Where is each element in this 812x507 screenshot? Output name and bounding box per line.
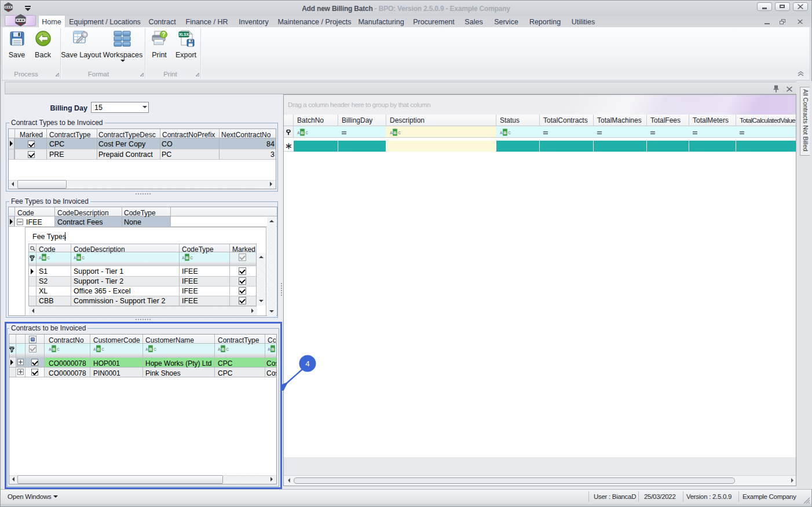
svg-text:B: B [301, 130, 304, 135]
svg-text:B: B [52, 347, 56, 352]
svg-text:A: A [268, 347, 270, 351]
svg-text:C: C [508, 131, 511, 135]
svg-text:?: ? [162, 31, 165, 38]
svg-text:B: B [221, 347, 225, 352]
svg-text:A: A [39, 256, 42, 260]
svg-text:C: C [47, 256, 50, 260]
svg-text:A: A [145, 347, 148, 351]
svg-text:A: A [74, 256, 76, 260]
svg-text:C: C [226, 347, 229, 351]
svg-text:B: B [77, 255, 81, 260]
svg-text:C: C [398, 131, 401, 135]
svg-text:B: B [271, 347, 275, 352]
svg-text:A: A [218, 347, 221, 351]
svg-text:C: C [57, 347, 60, 351]
svg-text:A: A [500, 131, 503, 135]
svg-text:B: B [97, 347, 100, 352]
svg-text:B: B [393, 130, 397, 135]
svg-text:C: C [101, 347, 104, 351]
svg-text:A: A [182, 256, 185, 260]
svg-text:4: 4 [305, 359, 310, 368]
svg-text:B: B [149, 347, 152, 352]
svg-text:XLSX: XLSX [179, 32, 189, 36]
svg-text:B: B [185, 255, 189, 260]
svg-text:B: B [42, 255, 46, 260]
svg-text:C: C [190, 256, 193, 260]
svg-text:C: C [305, 131, 308, 135]
svg-text:C: C [82, 256, 85, 260]
svg-text:C: C [153, 347, 156, 351]
svg-text:A: A [297, 131, 300, 135]
svg-text:A: A [390, 131, 393, 135]
svg-text:A: A [49, 347, 52, 351]
svg-text:A: A [93, 347, 96, 351]
svg-text:B: B [503, 130, 507, 135]
